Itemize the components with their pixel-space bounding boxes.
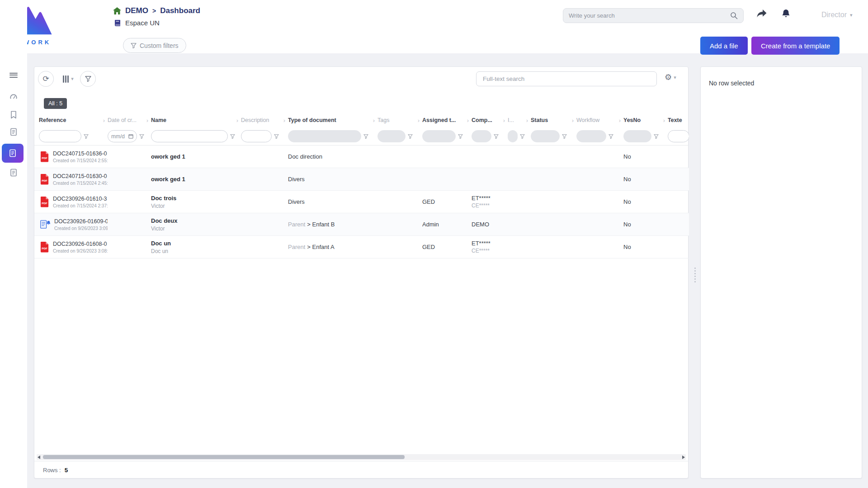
sidebar-item-archives[interactable]: [0, 164, 27, 181]
table-row[interactable]: DOC230926-01609-0 Created on 9/26/2023 3…: [34, 213, 689, 236]
filter-type-input: [288, 130, 361, 142]
role-menu[interactable]: Director ▾: [821, 11, 853, 19]
funnel-icon[interactable]: [654, 134, 659, 139]
search-icon[interactable]: [730, 12, 738, 19]
filter-texte: [668, 130, 689, 142]
column-header-description[interactable]: Description: [241, 117, 288, 124]
gauge-icon: [9, 93, 18, 101]
table-row[interactable]: PDF DOC230926-01610-3 Created on 7/15/20…: [34, 191, 689, 213]
filter-i-input: [508, 130, 518, 142]
tab-all[interactable]: All : 5: [44, 98, 67, 109]
grid-settings-button[interactable]: ⚙ ▾: [665, 72, 676, 82]
column-picker-button[interactable]: ▾: [59, 71, 77, 87]
filter-description-input[interactable]: [241, 130, 272, 142]
funnel-icon[interactable]: [84, 134, 89, 139]
filter-company: [472, 130, 508, 142]
column-header-workflow[interactable]: Workflow: [576, 117, 623, 124]
create-from-template-button[interactable]: Create from a template: [751, 37, 840, 55]
filter-reference-input[interactable]: [39, 130, 81, 142]
filter-name-input[interactable]: [151, 130, 228, 142]
sidebar-item-documents[interactable]: [0, 124, 27, 140]
reference-cell: DOC230926-01609-0 Created on 9/26/2023 3…: [39, 218, 108, 231]
breadcrumb-page[interactable]: Dashboard: [160, 6, 200, 15]
funnel-icon[interactable]: [609, 134, 613, 139]
created-date: Created on 7/15/2024 2:45:08 AM: [53, 181, 108, 186]
filter-button[interactable]: [80, 71, 96, 87]
columns-icon: [63, 75, 64, 83]
filter-texte-input[interactable]: [668, 130, 689, 142]
global-search[interactable]: [563, 8, 744, 23]
filter-yesno: [623, 130, 668, 142]
assigned-cell: GED: [422, 198, 472, 205]
column-header-i[interactable]: I...: [508, 117, 531, 124]
horizontal-scrollbar[interactable]: [37, 454, 686, 460]
filter-type: [288, 130, 377, 142]
pdf-file-icon: PDF: [40, 241, 49, 253]
filter-workflow: [576, 130, 623, 142]
filter-assigned-input: [422, 130, 456, 142]
document-reference: DOC240715-01636-0: [53, 150, 108, 157]
scroll-left-icon[interactable]: [38, 455, 40, 459]
column-header-status[interactable]: Status: [531, 117, 576, 124]
filter-tags: [377, 130, 422, 142]
filter-workflow-input: [576, 130, 606, 142]
funnel-icon[interactable]: [494, 134, 499, 139]
column-header-assigned[interactable]: Assigned t...: [422, 117, 472, 124]
table-row[interactable]: PDF DOC230926-01608-0 Created on 9/26/20…: [34, 236, 689, 258]
grid-footer: Rows : 5: [34, 461, 688, 479]
fulltext-search-input[interactable]: [476, 71, 657, 86]
column-header-date[interactable]: Date of cr...: [108, 117, 151, 124]
funnel-icon[interactable]: [363, 134, 368, 139]
type-cell: Divers: [288, 198, 377, 205]
type-name: Divers: [288, 176, 305, 183]
filter-status-input: [531, 130, 560, 142]
column-header-tags[interactable]: Tags: [377, 117, 422, 124]
share-button[interactable]: [756, 9, 768, 20]
table-row[interactable]: PDF DOC240715-01630-0 Created on 7/15/20…: [34, 168, 689, 191]
documents-grid-card: ⟳ ▾ ⚙ ▾ All : 5 Reference Date of cr... …: [34, 66, 689, 479]
notifications-button[interactable]: [781, 9, 791, 20]
column-header-reference[interactable]: Reference: [39, 117, 108, 124]
add-file-button[interactable]: Add a file: [700, 37, 748, 55]
reference-cell: PDF DOC230926-01608-0 Created on 9/26/20…: [39, 241, 108, 253]
global-search-input[interactable]: [569, 12, 730, 19]
scrollbar-thumb[interactable]: [43, 455, 405, 459]
filter-date-field[interactable]: [108, 130, 137, 142]
column-header-name[interactable]: Name: [151, 117, 241, 124]
column-header-company[interactable]: Comp...: [472, 117, 508, 124]
refresh-button[interactable]: ⟳: [38, 71, 54, 87]
filter-date-input[interactable]: [111, 133, 127, 140]
scroll-right-icon[interactable]: [682, 455, 685, 459]
sidebar-item-ged-active[interactable]: [2, 144, 24, 163]
reference-cell: PDF DOC240715-01630-0 Created on 7/15/20…: [39, 173, 108, 186]
type-cell: Doc direction: [288, 153, 377, 160]
menu-toggle-button[interactable]: [0, 67, 27, 83]
funnel-icon[interactable]: [408, 134, 413, 139]
funnel-icon[interactable]: [230, 134, 235, 139]
company-line2: CE*****: [472, 202, 505, 209]
workspace-row[interactable]: Espace UN: [114, 19, 160, 27]
document-name: Doc trois: [151, 195, 238, 202]
document-name: Doc deux: [151, 217, 238, 224]
refresh-icon: ⟳: [42, 74, 49, 84]
funnel-icon[interactable]: [139, 134, 144, 139]
column-header-yesno[interactable]: YesNo: [623, 117, 668, 124]
custom-filters-button[interactable]: Custom filters: [123, 38, 186, 53]
funnel-icon[interactable]: [520, 134, 525, 139]
document-name: owork ged 1: [151, 176, 238, 183]
sidebar-item-bookmarks[interactable]: [0, 107, 27, 123]
sidebar-item-dashboard[interactable]: [0, 89, 27, 105]
funnel-icon[interactable]: [274, 134, 279, 139]
home-icon[interactable]: [113, 7, 121, 14]
funnel-icon[interactable]: [562, 134, 567, 139]
column-header-texte[interactable]: Texte: [668, 117, 689, 123]
table-row[interactable]: PDF DOC240715-01636-0 Created on 7/15/20…: [34, 145, 689, 168]
filter-reference: [39, 130, 108, 142]
company-line1: DEMO: [472, 221, 505, 228]
breadcrumb-home[interactable]: DEMO: [125, 6, 148, 15]
company-line1: ET*****: [472, 240, 505, 247]
funnel-icon[interactable]: [458, 134, 463, 139]
created-date: Created on 9/26/2023 3:09:45 AM: [54, 226, 108, 231]
column-header-type[interactable]: Type of document: [288, 117, 377, 124]
panel-resize-handle[interactable]: [693, 267, 697, 282]
